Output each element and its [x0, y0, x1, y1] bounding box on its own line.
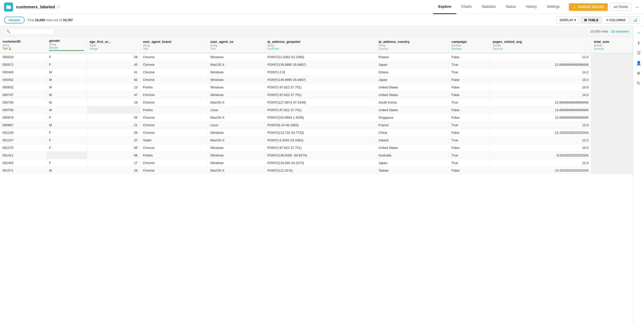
table-cell: 47 — [87, 91, 140, 99]
th-age[interactable]: age_first_or... bigint Integer — [87, 37, 140, 53]
table-icon: ⊞ — [584, 18, 587, 22]
table-cell: 001571 — [0, 167, 47, 174]
th-user-agent-os[interactable]: user_agent_os string Text — [208, 37, 265, 53]
table-cell: Safari — [140, 137, 208, 144]
row-info: First 10,000 rows out of 10,787 — [28, 18, 553, 22]
table-cell: 12.0 — [490, 159, 591, 167]
sample-button[interactable]: Sample — [4, 17, 25, 23]
th-geopoint[interactable]: ip_address_geopoint string GeoPoint — [265, 37, 376, 53]
table-cell — [591, 159, 633, 167]
add-sidebar-icon[interactable]: ＋ — [634, 28, 643, 37]
table-cell: False — [449, 114, 490, 121]
table-body: 000018F58ChromeWindowsPOINT(21.0362 52.2… — [0, 53, 633, 174]
table-cell: 000759 — [0, 106, 47, 114]
search-icon: 🔍 — [6, 29, 10, 33]
table-cell: 000747 — [0, 91, 47, 99]
table-cell: Chrome — [140, 144, 208, 152]
tab-statistics[interactable]: Statistics — [477, 0, 501, 14]
parent-recipe-button[interactable]: ⚡ PARENT RECIPE — [569, 3, 608, 11]
rows-cols-info: 10,000 rows 12 columns — [590, 29, 629, 33]
th-user-agent-brand[interactable]: user_agent_brand string Text — [140, 37, 208, 53]
search-bar: 🔍 10,000 rows 12 columns — [0, 26, 633, 37]
table-cell — [591, 114, 633, 121]
table-cell: Firefox — [140, 84, 208, 91]
th-campaign[interactable]: campaign boolean Boolean — [449, 37, 490, 53]
table-cell — [47, 152, 87, 159]
columns-button[interactable]: ≡ COLUMNS — [603, 16, 629, 24]
table-cell: POINT(-97.822 37.751) — [265, 91, 376, 99]
right-sidebar: ＋ ℹ ☰ 👤 ⊕ ↻ — [633, 26, 644, 323]
table-cell: MacOS X — [208, 167, 265, 174]
col-count-label[interactable]: 12 columns — [611, 29, 629, 33]
table-cell: Chrome — [140, 99, 208, 106]
table-cell: Ireland — [376, 137, 449, 144]
tab-explore[interactable]: Explore — [433, 0, 456, 14]
table-cell: 14.5 — [490, 91, 591, 99]
table-cell: 000879 — [0, 114, 47, 121]
back-button[interactable]: ← — [635, 4, 640, 10]
table-cell: True — [449, 121, 490, 129]
table-cell — [591, 99, 633, 106]
table-row: 000452M62ChromeWindowsPOINT(139.6895 35.… — [0, 76, 633, 84]
table-cell: Windows — [208, 84, 265, 91]
th-gender[interactable]: gender string Gender — [47, 37, 87, 53]
chart-icon-button[interactable]: 📊 — [630, 16, 640, 24]
lightning-icon: ⚡ — [572, 5, 577, 9]
table-cell — [591, 61, 633, 69]
refresh-sidebar-icon[interactable]: ↻ — [634, 79, 643, 88]
tab-history[interactable]: History — [521, 0, 542, 14]
th-total-sum[interactable]: total_sum double Decimal — [591, 37, 633, 53]
chevron-down-icon: ▾ — [574, 18, 576, 22]
globe-sidebar-icon[interactable]: ⊕ — [634, 69, 643, 78]
table-cell — [591, 144, 633, 152]
table-cell: POINT(-97.822 37.751) — [265, 84, 376, 91]
info-sidebar-icon[interactable]: ℹ — [634, 38, 643, 47]
table-cell: F — [47, 137, 87, 144]
table-cell: Chrome — [140, 114, 208, 121]
table-cell: Chrome — [140, 129, 208, 137]
table-cell — [591, 137, 633, 144]
table-cell: F — [47, 61, 87, 69]
th-pages-avg[interactable]: pages_visited_avg double Decimal — [490, 37, 591, 53]
table-cell: 13.5 — [490, 121, 591, 129]
table-button[interactable]: ⊞ TABLE — [581, 16, 602, 24]
table-cell: Australia — [376, 152, 449, 159]
table-cell: POINT(113.722 34.7732) — [265, 129, 376, 137]
table-cell: 45 — [87, 61, 140, 69]
table-cell: False — [449, 84, 490, 91]
list-sidebar-icon[interactable]: ☰ — [634, 48, 643, 57]
table-cell: Linux — [208, 121, 265, 129]
table-cell: 12.3333333333333334 — [490, 129, 591, 137]
table-cell: False — [449, 76, 490, 84]
table-cell: True — [449, 159, 490, 167]
table-cell: 12.0 — [490, 137, 591, 144]
tab-status[interactable]: Status — [501, 0, 521, 14]
table-cell: Japan — [376, 76, 449, 84]
search-input-wrap[interactable]: 🔍 — [4, 28, 54, 35]
table-cell: POINT(139.6895 35.6897) — [265, 61, 376, 69]
table-cell: MacOS X — [208, 137, 265, 144]
user-sidebar-icon[interactable]: 👤 — [634, 58, 643, 68]
th-customerID[interactable]: customerID string Text 🔒 — [0, 37, 47, 53]
search-input[interactable] — [11, 29, 52, 33]
table-cell: 13 — [87, 84, 140, 91]
table-cell — [591, 152, 633, 159]
table-cell: United States — [376, 91, 449, 99]
table-row: 000887M21ChromeLinuxPOINT(6.24 46.1963)F… — [0, 121, 633, 129]
row-count: 10,000 — [35, 18, 45, 22]
table-cell: 000887 — [0, 121, 47, 129]
actions-button[interactable]: ACTIONS — [610, 3, 632, 11]
table-cell: 13.6666666666666666 — [490, 99, 591, 106]
table-cell: True — [449, 99, 490, 106]
table-row: 00141168FirefoxWindowsPOINT(138.6005 -34… — [0, 152, 633, 159]
tab-settings[interactable]: Settings — [542, 0, 565, 14]
table-row: 000071F45ChromeMacOS XPOINT(139.6895 35.… — [0, 61, 633, 69]
table-header-row: customerID string Text 🔒 gender string G… — [0, 37, 633, 53]
table-cell — [591, 129, 633, 137]
tab-charts[interactable]: Charts — [456, 0, 477, 14]
table-cell: Chrome — [140, 159, 208, 167]
table-cell: F — [47, 114, 87, 121]
display-button[interactable]: DISPLAY ▾ — [556, 16, 579, 24]
table-cell: 68 — [87, 152, 140, 159]
th-country[interactable]: ip_address_country string Country — [376, 37, 449, 53]
